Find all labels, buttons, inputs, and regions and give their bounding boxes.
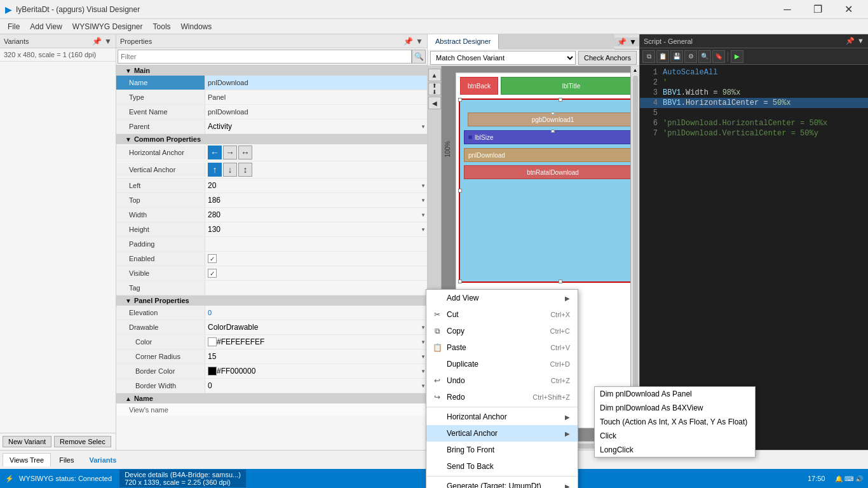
prop-borderwidth-row[interactable]: Border Width 0 ▼ bbox=[116, 379, 427, 393]
prop-name-row[interactable]: Name pnlDownload bbox=[116, 76, 427, 90]
canvas-btnratal[interactable]: btnRatalDownload bbox=[464, 165, 639, 179]
variants-tab[interactable]: Variants bbox=[82, 453, 123, 467]
ctx-bring-front[interactable]: Bring To Front bbox=[426, 442, 578, 458]
ctx-add-view[interactable]: Add View ▶ bbox=[426, 290, 578, 306]
scroll-thumb-v[interactable] bbox=[633, 76, 638, 431]
ctx-copy[interactable]: ⧉ Copy Ctrl+C bbox=[426, 323, 578, 339]
visible-checkbox[interactable] bbox=[208, 269, 217, 278]
anchor-both-horiz-button[interactable]: ↔ bbox=[238, 146, 252, 159]
script-pin-icon[interactable]: 📌 bbox=[846, 37, 855, 45]
prop-bordercolor-row[interactable]: Border Color #FF000000 ▼ bbox=[116, 364, 427, 379]
navigate-up-button[interactable]: ▲ bbox=[428, 69, 441, 81]
filter-input[interactable] bbox=[118, 50, 412, 64]
vert-scrollbar[interactable]: ▲ ▼ bbox=[630, 66, 639, 441]
script-search-icon[interactable]: 🔍 bbox=[698, 50, 711, 63]
ctx-redo[interactable]: ↪ Redo Ctrl+Shift+Z bbox=[426, 389, 578, 405]
prop-height-value[interactable]: 130 ▼ bbox=[205, 222, 427, 236]
sub-dim-b4xview[interactable]: Dim pnlDownload As B4XView bbox=[595, 401, 755, 415]
views-tree-tab[interactable]: Views Tree bbox=[3, 453, 51, 466]
section-common[interactable]: ▼ Common Properties bbox=[116, 134, 427, 144]
ctx-undo[interactable]: ↩ Undo Ctrl+Z bbox=[426, 372, 578, 389]
ctx-horiz-anchor[interactable]: Horizontal Anchor ▶ bbox=[426, 409, 578, 425]
collapse-left-button[interactable]: ◀ bbox=[428, 97, 441, 109]
enabled-checkbox[interactable] bbox=[208, 254, 217, 263]
menu-add-view[interactable]: Add View bbox=[25, 21, 67, 32]
section-main[interactable]: ▼ Main bbox=[116, 65, 427, 76]
ctx-generate[interactable]: Generate (Target: UmumDt) ▶ bbox=[426, 478, 578, 488]
prop-visible-value[interactable] bbox=[205, 266, 427, 280]
anchor-bottom-button[interactable]: ↓ bbox=[223, 163, 237, 177]
lblsize-handle[interactable] bbox=[552, 130, 555, 133]
remove-selected-button[interactable]: Remove Selec bbox=[54, 436, 111, 447]
prop-width-row[interactable]: Width 280 ▼ bbox=[116, 208, 427, 222]
anchor-right-button[interactable]: → bbox=[223, 146, 237, 159]
prop-visible-row[interactable]: Visible bbox=[116, 266, 427, 281]
prop-height-row[interactable]: Height 130 ▼ bbox=[116, 222, 427, 237]
props-menu-icon[interactable]: ▼ bbox=[416, 37, 423, 46]
canvas-pnlinner[interactable]: pnlDownload bbox=[464, 148, 639, 162]
sub-longclick[interactable]: LongClick bbox=[595, 443, 755, 457]
canvas-pgbdownload1[interactable]: pgbDownload1 bbox=[468, 112, 638, 126]
script-bookmark-icon[interactable]: 🔖 bbox=[712, 50, 725, 63]
script-settings-icon[interactable]: ⚙ bbox=[684, 50, 697, 63]
menu-wysiwyg[interactable]: WYSIWYG Designer bbox=[67, 21, 148, 32]
canvas-btnback[interactable]: btnBack bbox=[460, 77, 498, 95]
sub-click[interactable]: Click bbox=[595, 429, 755, 443]
prop-cornerradius-value[interactable]: 15 ▼ bbox=[205, 349, 427, 363]
pgb-handle[interactable] bbox=[552, 112, 555, 115]
prop-drawable-row[interactable]: Drawable ColorDrawable ▼ bbox=[116, 320, 427, 335]
script-copy-icon[interactable]: ⧉ bbox=[642, 50, 655, 63]
new-variant-button[interactable]: New Variant bbox=[3, 436, 51, 447]
prop-padding-row[interactable]: Padding bbox=[116, 237, 427, 252]
scroll-up-arrow[interactable]: ▲ bbox=[633, 67, 638, 73]
menu-tools[interactable]: Tools bbox=[148, 21, 176, 32]
prop-color-value[interactable]: #FEFEFEFEF ▼ bbox=[205, 335, 427, 349]
navigate-arrows-button[interactable]: ⬆⬇ bbox=[428, 83, 441, 95]
prop-top-value[interactable]: 186 ▼ bbox=[205, 193, 427, 207]
pnl-handle-top[interactable] bbox=[559, 98, 562, 102]
minimize-button[interactable]: ─ bbox=[773, 0, 802, 19]
prop-eventname-row[interactable]: Event Name pnlDownload bbox=[116, 105, 427, 119]
variants-menu-icon[interactable]: ▼ bbox=[104, 37, 112, 46]
prop-borderwidth-value[interactable]: 0 ▼ bbox=[205, 379, 427, 393]
prop-elevation-row[interactable]: Elevation 0 bbox=[116, 306, 427, 320]
pnl-handle-bottomleft[interactable] bbox=[458, 280, 462, 283]
section-name[interactable]: ▲ Name bbox=[116, 393, 427, 403]
prop-width-value[interactable]: 280 ▼ bbox=[205, 208, 427, 222]
ctx-cut[interactable]: ✂ Cut Ctrl+X bbox=[426, 306, 578, 323]
variants-pin-icon[interactable]: 📌 bbox=[92, 37, 102, 46]
variant-select[interactable]: Match Chosen Variant bbox=[430, 51, 576, 65]
ctx-send-back[interactable]: Send To Back bbox=[426, 458, 578, 475]
sub-touch[interactable]: Touch (Action As Int, X As Float, Y As F… bbox=[595, 415, 755, 429]
sub-dim-panel[interactable]: Dim pnlDownload As Panel bbox=[595, 387, 755, 401]
prop-bordercolor-value[interactable]: #FF000000 ▼ bbox=[205, 364, 427, 378]
anchor-left-button[interactable]: ← bbox=[208, 146, 222, 159]
pnl-handle-left[interactable] bbox=[458, 189, 462, 193]
script-save-icon[interactable]: 💾 bbox=[670, 50, 683, 63]
prop-tag-row[interactable]: Tag bbox=[116, 281, 427, 295]
prop-parent-row[interactable]: Parent Activity ▼ bbox=[116, 119, 427, 134]
tab-menu-icon[interactable]: ▼ bbox=[629, 37, 637, 46]
ctx-paste[interactable]: 📋 Paste Ctrl+V bbox=[426, 339, 578, 356]
anchor-top-button[interactable]: ↑ bbox=[208, 163, 222, 177]
close-button[interactable]: ✕ bbox=[834, 0, 863, 19]
tab-pin-icon[interactable]: 📌 bbox=[617, 37, 627, 46]
files-tab[interactable]: Files bbox=[52, 453, 81, 467]
prop-left-row[interactable]: Left 20 ▼ bbox=[116, 179, 427, 193]
anchor-both-vert-button[interactable]: ↕ bbox=[238, 163, 252, 177]
maximize-button[interactable]: ❐ bbox=[803, 0, 832, 19]
prop-left-value[interactable]: 20 ▼ bbox=[205, 179, 427, 193]
pnl-handle-bottom[interactable] bbox=[559, 280, 562, 283]
check-anchors-button[interactable]: Check Anchors bbox=[578, 51, 637, 65]
menu-windows[interactable]: Windows bbox=[176, 21, 217, 32]
prop-cornerradius-row[interactable]: Corner Radius 15 ▼ bbox=[116, 349, 427, 364]
ctx-vert-anchor[interactable]: Vertical Anchor ▶ bbox=[426, 425, 578, 442]
prop-parent-value[interactable]: Activity ▼ bbox=[205, 119, 427, 133]
canvas-lbltitle[interactable]: lblTitle bbox=[501, 77, 639, 95]
prop-horizanchor-row[interactable]: Horizontal Anchor ← → ↔ bbox=[116, 144, 427, 161]
prop-vertanchor-row[interactable]: Vertical Anchor ↑ ↓ ↕ bbox=[116, 161, 427, 179]
script-menu-icon[interactable]: ▼ bbox=[857, 37, 864, 45]
ctx-duplicate[interactable]: Duplicate Ctrl+D bbox=[426, 356, 578, 372]
pnl-handle-topleft[interactable] bbox=[458, 98, 462, 102]
filter-button[interactable]: 🔍 bbox=[412, 50, 426, 64]
